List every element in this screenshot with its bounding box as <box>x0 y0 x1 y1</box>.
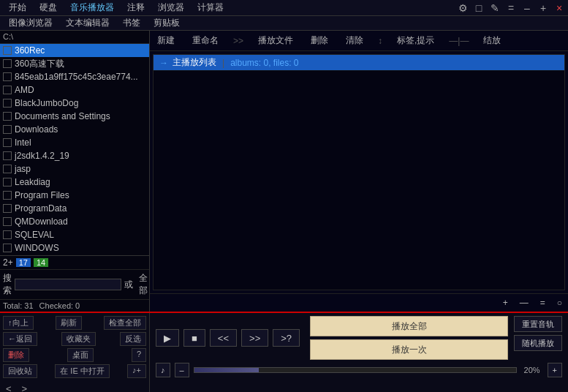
file-checkbox[interactable] <box>3 86 12 94</box>
clear-button[interactable]: 清除 <box>343 34 366 48</box>
search-all-button[interactable]: 全部 <box>136 271 151 298</box>
file-item[interactable]: 360Rec <box>0 44 149 57</box>
refresh-button[interactable]: 刷新 <box>56 316 82 330</box>
play-once-button[interactable]: 播放一次 <box>310 339 508 360</box>
nav-row-3: 删除 桌面 ? <box>3 348 146 362</box>
volume-icon[interactable]: ♪ <box>156 363 170 377</box>
file-item[interactable]: 845eab1a9ff175c45c3eae774... <box>0 70 149 83</box>
file-item[interactable]: Leakdiag <box>0 176 149 189</box>
file-item[interactable]: Downloads <box>0 123 149 136</box>
file-item[interactable]: Intel <box>0 136 149 149</box>
delete-button[interactable]: 删除 <box>308 34 331 48</box>
eq-circle-icon[interactable]: ○ <box>554 297 565 309</box>
eq-plus-icon[interactable]: + <box>500 297 511 309</box>
close-button[interactable]: × <box>553 2 565 14</box>
volume-plus-button[interactable]: + <box>548 363 562 377</box>
check-all-button[interactable]: 检查全部 <box>104 316 146 330</box>
new-playlist-button[interactable]: 新建 <box>154 34 178 48</box>
nav-right-button[interactable]: > <box>19 382 31 392</box>
delete-red-button[interactable]: 删除 <box>3 348 29 362</box>
favorites-button[interactable]: 收藏夹 <box>61 332 96 346</box>
eq-minus-icon[interactable]: — <box>517 297 531 309</box>
file-item[interactable]: WINDOWS <box>0 241 149 255</box>
file-checkbox[interactable] <box>3 217 12 226</box>
file-item[interactable]: QMDownload <box>0 215 149 228</box>
menu-button[interactable]: >? <box>273 329 300 347</box>
main-layout: C:\ 360Rec360高速下载845eab1a9ff175c45c3eae7… <box>0 31 568 312</box>
nav-row-1: ↑向上 刷新 检查全部 <box>3 316 146 330</box>
volume-row: ♪ – 20% + <box>156 363 562 377</box>
menu-clipboard[interactable]: 剪贴板 <box>148 15 186 31</box>
prev-button[interactable]: << <box>210 329 237 347</box>
file-item[interactable]: SQLEVAL <box>0 228 149 241</box>
desktop-button[interactable]: 桌面 <box>67 348 94 362</box>
file-checkbox[interactable] <box>3 230 12 239</box>
left-bottom: 2+ 17 14 搜索 或 全部 Total: 31 Checked: 0 <box>0 255 149 312</box>
volume-minus-button[interactable]: – <box>175 363 189 377</box>
menu-hdd[interactable]: 硬盘 <box>34 0 63 15</box>
file-checkbox[interactable] <box>3 125 12 134</box>
file-item[interactable]: 360高速下载 <box>0 57 149 70</box>
file-list[interactable]: 360Rec360高速下载845eab1a9ff175c45c3eae774..… <box>0 44 149 255</box>
file-item[interactable]: AMD <box>0 83 149 97</box>
window-icon[interactable]: □ <box>473 2 485 14</box>
play-file-button[interactable]: 播放文件 <box>255 34 296 48</box>
gear-icon[interactable]: ⚙ <box>457 2 469 14</box>
search-input[interactable] <box>15 279 121 290</box>
file-item[interactable]: Documents and Settings <box>0 110 149 123</box>
menu-text-editor[interactable]: 文本编辑器 <box>60 15 116 31</box>
nav-left-button[interactable]: < <box>3 382 15 392</box>
shuffle-button[interactable]: 随机播放 <box>514 335 562 351</box>
file-checkbox[interactable] <box>3 99 12 108</box>
label-hint-button[interactable]: 标签,提示 <box>394 34 437 48</box>
file-checkbox[interactable] <box>3 138 12 147</box>
menu-notes[interactable]: 注释 <box>121 0 151 15</box>
play-button[interactable]: ▶ <box>156 329 179 347</box>
menu-music-player[interactable]: 音乐播放器 <box>64 0 120 15</box>
music-add-button[interactable]: ♪+ <box>127 364 146 378</box>
file-item[interactable]: Program Files <box>0 189 149 202</box>
file-checkbox[interactable] <box>3 191 12 200</box>
file-item[interactable]: BlackJumboDog <box>0 97 149 110</box>
stop-button[interactable]: ■ <box>183 329 205 347</box>
menu-bookmarks[interactable]: 书签 <box>117 15 146 31</box>
file-checkbox[interactable] <box>3 204 12 213</box>
playlist-area[interactable]: → 主播放列表 | albums: 0, files: 0 <box>153 54 565 290</box>
play-all-button[interactable]: 播放全部 <box>310 316 508 336</box>
file-name: 360高速下载 <box>15 58 64 70</box>
rename-button[interactable]: 重命名 <box>189 34 221 48</box>
file-checkbox[interactable] <box>3 112 12 121</box>
file-checkbox[interactable] <box>3 151 12 160</box>
volume-bar[interactable] <box>194 367 517 373</box>
file-checkbox[interactable] <box>3 72 12 81</box>
file-item[interactable]: ProgramData <box>0 202 149 215</box>
up-button[interactable]: ↑向上 <box>3 316 34 330</box>
playlist-item-info: albums: 0, files: 0 <box>230 58 298 68</box>
invert-button[interactable]: 反选 <box>120 332 146 346</box>
next-button[interactable]: >> <box>241 329 268 347</box>
file-checkbox[interactable] <box>3 59 12 68</box>
recycle-button[interactable]: 回收站 <box>3 364 37 378</box>
restart-button[interactable]: 重置音轨 <box>514 316 562 332</box>
checked-count: Checked: 0 <box>39 301 80 310</box>
end-button[interactable]: 结放 <box>480 34 504 48</box>
menu-calculator[interactable]: 计算器 <box>192 0 230 15</box>
file-checkbox[interactable] <box>3 244 12 252</box>
menu-start[interactable]: 开始 <box>3 0 32 15</box>
file-item[interactable]: jasp <box>0 162 149 176</box>
menu-browser[interactable]: 浏览器 <box>152 0 190 15</box>
menu-image-browser[interactable]: 图像浏览器 <box>3 15 58 31</box>
playlist-item-main[interactable]: → 主播放列表 | albums: 0, files: 0 <box>154 55 564 71</box>
file-item[interactable]: j2sdk1.4.2_19 <box>0 149 149 162</box>
file-checkbox[interactable] <box>3 178 12 186</box>
eq-equals-icon[interactable]: = <box>537 297 548 309</box>
pen-icon[interactable]: ✎ <box>489 2 501 14</box>
open-in-button[interactable]: 在 IE 中打开 <box>55 364 110 378</box>
file-checkbox[interactable] <box>3 165 12 173</box>
restore-button[interactable]: + <box>537 2 549 14</box>
back-button[interactable]: ←返回 <box>3 332 37 346</box>
file-checkbox[interactable] <box>3 46 12 55</box>
help-button[interactable]: ? <box>132 348 146 362</box>
minimize-button[interactable]: – <box>521 2 533 14</box>
equals-icon[interactable]: = <box>505 2 517 14</box>
